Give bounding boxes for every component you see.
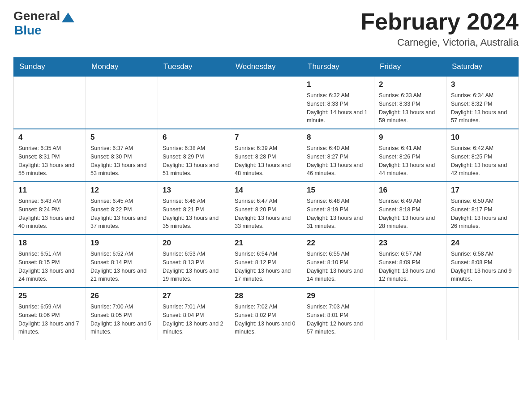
calendar-header-row: SundayMondayTuesdayWednesdayThursdayFrid… <box>14 58 519 77</box>
calendar-cell: 15Sunrise: 6:48 AMSunset: 8:19 PMDayligh… <box>302 182 374 235</box>
day-number: 29 <box>307 291 369 300</box>
page-header: General Blue February 2024 Carnegie, Vic… <box>13 9 519 48</box>
calendar-header-tuesday: Tuesday <box>158 58 230 77</box>
calendar-cell: 25Sunrise: 6:59 AMSunset: 8:06 PMDayligh… <box>14 287 86 340</box>
day-info: Sunrise: 6:49 AMSunset: 8:18 PMDaylight:… <box>379 197 442 231</box>
calendar-header-wednesday: Wednesday <box>230 58 302 77</box>
calendar-cell: 13Sunrise: 6:46 AMSunset: 8:21 PMDayligh… <box>158 182 230 235</box>
day-info: Sunrise: 6:55 AMSunset: 8:10 PMDaylight:… <box>307 250 369 283</box>
calendar-cell: 26Sunrise: 7:00 AMSunset: 8:05 PMDayligh… <box>86 287 158 340</box>
day-number: 2 <box>379 80 442 89</box>
day-number: 18 <box>18 239 81 248</box>
day-info: Sunrise: 6:41 AMSunset: 8:26 PMDaylight:… <box>379 144 442 178</box>
day-info: Sunrise: 6:37 AMSunset: 8:30 PMDaylight:… <box>90 144 153 178</box>
day-info: Sunrise: 6:58 AMSunset: 8:08 PMDaylight:… <box>451 250 514 283</box>
day-info: Sunrise: 6:35 AMSunset: 8:31 PMDaylight:… <box>18 144 81 178</box>
day-info: Sunrise: 6:59 AMSunset: 8:06 PMDaylight:… <box>18 303 81 336</box>
day-info: Sunrise: 6:48 AMSunset: 8:19 PMDaylight:… <box>307 197 369 231</box>
day-info: Sunrise: 6:45 AMSunset: 8:22 PMDaylight:… <box>90 197 153 231</box>
day-info: Sunrise: 6:38 AMSunset: 8:29 PMDaylight:… <box>163 144 225 178</box>
calendar-cell: 24Sunrise: 6:58 AMSunset: 8:08 PMDayligh… <box>446 235 519 287</box>
calendar-table: SundayMondayTuesdayWednesdayThursdayFrid… <box>13 57 519 340</box>
day-number: 4 <box>18 133 81 142</box>
calendar-week-5: 25Sunrise: 6:59 AMSunset: 8:06 PMDayligh… <box>14 287 519 340</box>
day-number: 10 <box>451 133 514 142</box>
calendar-header-sunday: Sunday <box>14 58 86 77</box>
calendar-cell: 11Sunrise: 6:43 AMSunset: 8:24 PMDayligh… <box>14 182 86 235</box>
day-number: 25 <box>18 291 81 300</box>
day-info: Sunrise: 6:47 AMSunset: 8:20 PMDaylight:… <box>235 197 297 231</box>
calendar-header-thursday: Thursday <box>302 58 374 77</box>
day-number: 17 <box>451 186 514 195</box>
calendar-cell: 3Sunrise: 6:34 AMSunset: 8:32 PMDaylight… <box>446 76 519 129</box>
calendar-cell: 4Sunrise: 6:35 AMSunset: 8:31 PMDaylight… <box>14 129 86 182</box>
calendar-cell <box>14 76 86 129</box>
calendar-week-3: 11Sunrise: 6:43 AMSunset: 8:24 PMDayligh… <box>14 182 519 235</box>
calendar-cell: 8Sunrise: 6:40 AMSunset: 8:27 PMDaylight… <box>302 129 374 182</box>
day-number: 8 <box>307 133 369 142</box>
calendar-cell: 14Sunrise: 6:47 AMSunset: 8:20 PMDayligh… <box>230 182 302 235</box>
day-info: Sunrise: 6:51 AMSunset: 8:15 PMDaylight:… <box>18 250 81 283</box>
logo: General Blue <box>13 9 74 38</box>
day-info: Sunrise: 7:02 AMSunset: 8:02 PMDaylight:… <box>235 303 297 336</box>
calendar-cell: 6Sunrise: 6:38 AMSunset: 8:29 PMDaylight… <box>158 129 230 182</box>
calendar-cell <box>446 287 519 340</box>
day-number: 3 <box>451 80 514 89</box>
calendar-cell: 12Sunrise: 6:45 AMSunset: 8:22 PMDayligh… <box>86 182 158 235</box>
day-info: Sunrise: 6:33 AMSunset: 8:33 PMDaylight:… <box>379 91 442 125</box>
calendar-header-friday: Friday <box>374 58 446 77</box>
calendar-cell: 17Sunrise: 6:50 AMSunset: 8:17 PMDayligh… <box>446 182 519 235</box>
day-number: 1 <box>307 80 369 89</box>
calendar-week-4: 18Sunrise: 6:51 AMSunset: 8:15 PMDayligh… <box>14 235 519 287</box>
calendar-cell: 18Sunrise: 6:51 AMSunset: 8:15 PMDayligh… <box>14 235 86 287</box>
day-number: 27 <box>163 291 225 300</box>
day-info: Sunrise: 6:32 AMSunset: 8:33 PMDaylight:… <box>307 91 369 125</box>
day-number: 15 <box>307 186 369 195</box>
calendar-cell: 23Sunrise: 6:57 AMSunset: 8:09 PMDayligh… <box>374 235 446 287</box>
day-number: 24 <box>451 239 514 248</box>
day-number: 21 <box>235 239 297 248</box>
logo-general-text: General <box>13 9 60 23</box>
logo-blue-text: Blue <box>14 23 42 38</box>
day-info: Sunrise: 6:50 AMSunset: 8:17 PMDaylight:… <box>451 197 514 231</box>
calendar-cell: 27Sunrise: 7:01 AMSunset: 8:04 PMDayligh… <box>158 287 230 340</box>
day-info: Sunrise: 6:46 AMSunset: 8:21 PMDaylight:… <box>163 197 225 231</box>
calendar-cell <box>230 76 302 129</box>
location-text: Carnegie, Victoria, Australia <box>360 37 519 48</box>
month-title: February 2024 <box>360 9 519 34</box>
calendar-cell: 10Sunrise: 6:42 AMSunset: 8:25 PMDayligh… <box>446 129 519 182</box>
calendar-cell <box>374 287 446 340</box>
day-number: 7 <box>235 133 297 142</box>
day-number: 16 <box>379 186 442 195</box>
day-info: Sunrise: 6:39 AMSunset: 8:28 PMDaylight:… <box>235 144 297 178</box>
day-number: 23 <box>379 239 442 248</box>
logo-triangle-icon <box>62 13 74 22</box>
calendar-cell: 28Sunrise: 7:02 AMSunset: 8:02 PMDayligh… <box>230 287 302 340</box>
day-info: Sunrise: 7:00 AMSunset: 8:05 PMDaylight:… <box>90 303 153 336</box>
day-info: Sunrise: 6:40 AMSunset: 8:27 PMDaylight:… <box>307 144 369 178</box>
calendar-cell: 21Sunrise: 6:54 AMSunset: 8:12 PMDayligh… <box>230 235 302 287</box>
day-number: 22 <box>307 239 369 248</box>
day-number: 12 <box>90 186 153 195</box>
day-info: Sunrise: 6:57 AMSunset: 8:09 PMDaylight:… <box>379 250 442 283</box>
calendar-cell <box>86 76 158 129</box>
day-number: 9 <box>379 133 442 142</box>
calendar-cell: 5Sunrise: 6:37 AMSunset: 8:30 PMDaylight… <box>86 129 158 182</box>
day-number: 26 <box>90 291 153 300</box>
day-info: Sunrise: 7:03 AMSunset: 8:01 PMDaylight:… <box>307 303 369 336</box>
calendar-header-monday: Monday <box>86 58 158 77</box>
day-number: 5 <box>90 133 153 142</box>
calendar-cell: 29Sunrise: 7:03 AMSunset: 8:01 PMDayligh… <box>302 287 374 340</box>
day-info: Sunrise: 7:01 AMSunset: 8:04 PMDaylight:… <box>163 303 225 336</box>
calendar-cell: 22Sunrise: 6:55 AMSunset: 8:10 PMDayligh… <box>302 235 374 287</box>
calendar-cell: 2Sunrise: 6:33 AMSunset: 8:33 PMDaylight… <box>374 76 446 129</box>
calendar-cell: 1Sunrise: 6:32 AMSunset: 8:33 PMDaylight… <box>302 76 374 129</box>
title-section: February 2024 Carnegie, Victoria, Austra… <box>360 9 519 48</box>
calendar-week-1: 1Sunrise: 6:32 AMSunset: 8:33 PMDaylight… <box>14 76 519 129</box>
calendar-cell: 20Sunrise: 6:53 AMSunset: 8:13 PMDayligh… <box>158 235 230 287</box>
day-number: 19 <box>90 239 153 248</box>
day-number: 6 <box>163 133 225 142</box>
day-number: 28 <box>235 291 297 300</box>
calendar-header-saturday: Saturday <box>446 58 519 77</box>
day-info: Sunrise: 6:52 AMSunset: 8:14 PMDaylight:… <box>90 250 153 283</box>
